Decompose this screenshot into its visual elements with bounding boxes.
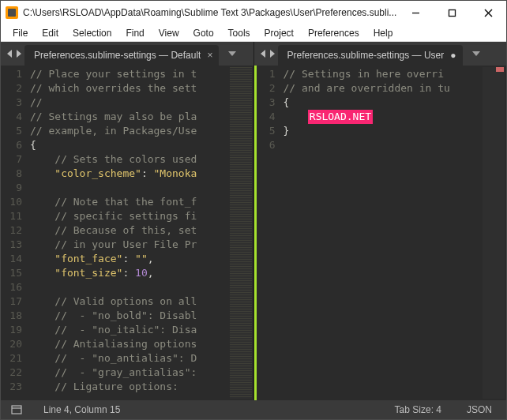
menu-view[interactable]: View — [152, 26, 186, 40]
svg-rect-1 — [449, 9, 455, 16]
svg-rect-10 — [12, 406, 21, 414]
title-bar: C:\Users\RSLOAD\AppData\Roaming\Sublime … — [1, 1, 506, 24]
tab-user-settings[interactable]: Preferences.sublime-settings — User ● — [278, 45, 463, 66]
menu-selection[interactable]: Selection — [66, 26, 118, 40]
code-view-right[interactable]: 123456 // Settings in here overri// and … — [254, 66, 507, 400]
tab-default-settings[interactable]: Preferences.sublime-settings — Default × — [24, 45, 219, 66]
tab-bar-left: Preferences.sublime-settings — Default × — [1, 42, 254, 66]
status-cursor[interactable]: Line 4, Column 15 — [37, 404, 126, 415]
svg-marker-9 — [472, 51, 480, 56]
panel-switcher-icon[interactable] — [9, 405, 24, 414]
svg-marker-4 — [7, 50, 12, 58]
minimap-left[interactable] — [230, 67, 252, 399]
window-title: C:\Users\RSLOAD\AppData\Roaming\Sublime … — [23, 7, 397, 18]
tab-nav-right[interactable] — [257, 42, 278, 66]
modified-marker — [496, 67, 504, 72]
app-icon — [6, 6, 18, 19]
dirty-icon[interactable]: ● — [450, 50, 456, 61]
gutter-left: 1234567891011121314151617181920212223 — [3, 66, 30, 400]
close-icon[interactable]: × — [207, 50, 212, 61]
tab-label: Preferences.sublime-settings — User — [287, 50, 445, 61]
tab-dropdown-left[interactable] — [223, 42, 241, 66]
tab-nav-left[interactable] — [4, 42, 24, 66]
svg-marker-5 — [17, 50, 21, 58]
svg-marker-6 — [228, 51, 236, 56]
menu-goto[interactable]: Goto — [186, 26, 221, 40]
menu-file[interactable]: File — [6, 26, 35, 40]
menu-project[interactable]: Project — [257, 26, 301, 40]
code-view-left[interactable]: 1234567891011121314151617181920212223 //… — [1, 66, 254, 400]
status-syntax[interactable]: JSON — [460, 404, 498, 415]
tab-bar-right: Preferences.sublime-settings — User ● — [254, 42, 507, 66]
code-left[interactable]: // Place your settings in t// which over… — [30, 66, 230, 400]
menu-find[interactable]: Find — [118, 26, 151, 40]
tab-dropdown-right[interactable] — [468, 42, 485, 66]
minimap-right[interactable] — [483, 67, 505, 399]
tab-label: Preferences.sublime-settings — Default — [34, 50, 201, 61]
pane-left: Preferences.sublime-settings — Default ×… — [1, 42, 254, 400]
status-bar: Line 4, Column 15 Tab Size: 4 JSON — [1, 400, 506, 419]
window-controls — [397, 1, 506, 24]
editor-area: Preferences.sublime-settings — Default ×… — [1, 42, 506, 400]
minimize-button[interactable] — [397, 1, 434, 24]
menu-edit[interactable]: Edit — [35, 26, 66, 40]
menu-bar: File Edit Selection Find View Goto Tools… — [1, 24, 506, 42]
app-window: C:\Users\RSLOAD\AppData\Roaming\Sublime … — [0, 0, 507, 420]
menu-tools[interactable]: Tools — [221, 26, 257, 40]
code-right[interactable]: // Settings in here overri// and are ove… — [284, 66, 483, 400]
svg-marker-8 — [270, 50, 275, 58]
svg-marker-7 — [261, 50, 265, 58]
menu-help[interactable]: Help — [366, 26, 400, 40]
menu-preferences[interactable]: Preferences — [301, 26, 366, 40]
close-button[interactable] — [470, 1, 506, 24]
gutter-right: 123456 — [257, 66, 284, 400]
maximize-button[interactable] — [434, 1, 470, 24]
status-tabsize[interactable]: Tab Size: 4 — [389, 404, 448, 415]
pane-right: Preferences.sublime-settings — User ● 12… — [254, 42, 507, 400]
